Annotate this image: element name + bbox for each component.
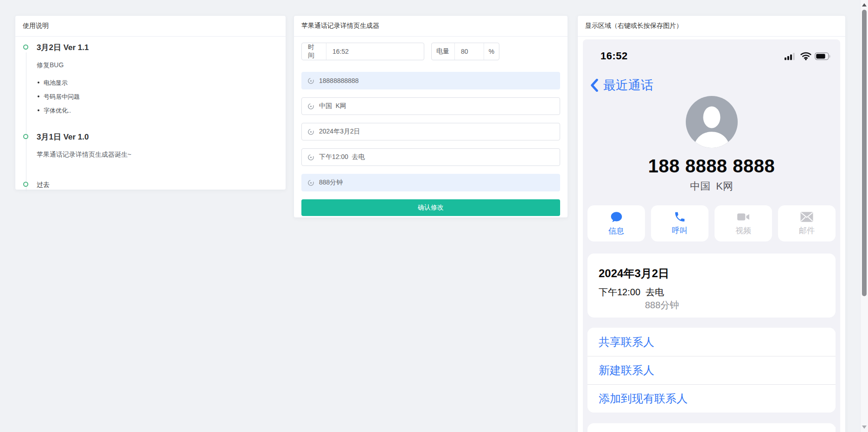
generator-form: 时间 16:52 电量 80 % 18888888888 中国 K网 2024年… [294,37,568,225]
wifi-icon [800,52,811,60]
new-contact-link[interactable]: 新建联系人 [587,356,836,384]
timeline-bullet: 电池显示 [37,79,278,87]
back-button[interactable]: 最近通话 [590,78,836,92]
field-value: 2024年3月2日 [319,127,360,136]
generator-card-title: 苹果通话记录详情页生成器 [294,16,568,37]
timeline-item-title: 3月2日 Ver 1.1 [37,43,278,52]
timeline-bullet: 号码居中问题 [37,93,278,101]
refresh-icon [307,154,314,161]
add-emergency-contact-link[interactable]: 添加到紧急联系人 [599,427,836,432]
refresh-icon [307,77,314,84]
timeline-node-icon [23,44,28,50]
call-record-date: 2024年3月2日 [599,267,824,280]
refresh-icon [307,179,314,186]
message-button[interactable]: 信息 [587,205,645,241]
display-card-title: 显示区域（右键或长按保存图片） [578,16,845,37]
battery-input[interactable]: 80 [454,43,484,60]
confirm-button[interactable]: 确认修改 [301,199,560,216]
date-field[interactable]: 2024年3月2日 [301,123,560,140]
usage-card-title: 使用说明 [15,16,286,37]
duration-field[interactable]: 888分钟 [301,174,560,191]
timeline-bullet: 字体优化.. [37,107,278,114]
call-record-duration: 888分钟 [645,300,824,310]
display-card: 显示区域（右键或长按保存图片） 16:52 [577,15,846,432]
timeline-item-note: 苹果通话记录详情页生成器诞生~ [37,150,278,159]
time-input-group: 时间 16:52 [301,43,424,60]
timeline-item-note: 修复BUG [37,61,278,70]
video-icon [737,211,750,223]
scrollbar-thumb[interactable] [862,10,867,296]
signal-icon [785,52,797,60]
call-button[interactable]: 呼叫 [651,205,708,241]
field-value: 888分钟 [319,178,343,187]
timeline-item-title: 过去 [37,180,278,189]
phone-icon [674,211,686,223]
time-label: 时间 [302,43,326,60]
video-button[interactable]: 视频 [715,205,772,241]
field-value: 18888888888 [319,77,359,84]
add-to-existing-contact-link[interactable]: 添加到现有联系人 [587,384,836,413]
share-contact-link[interactable]: 共享联系人 [587,328,836,356]
battery-input-group: 电量 80 % [431,43,499,60]
phone-number-field[interactable]: 18888888888 [301,72,560,89]
mail-icon [800,211,813,223]
time-input[interactable]: 16:52 [326,43,424,60]
emergency-contact-card: 添加到紧急联系人 [587,423,836,432]
action-buttons-row: 信息 呼叫 视频 邮件 [587,205,836,241]
action-label: 邮件 [799,225,815,236]
battery-label: 电量 [432,43,454,60]
action-label: 信息 [608,226,624,236]
call-record-detail: 下午12:00 去电 [599,287,824,297]
carrier-field[interactable]: 中国 K网 [301,97,560,115]
back-label: 最近通话 [603,77,653,94]
timeline-node-icon [23,134,28,139]
calltime-field[interactable]: 下午12:00 去电 [301,148,560,166]
scrollbar-up-arrow-icon[interactable] [862,3,867,6]
timeline-item-title: 3月1日 Ver 1.0 [37,133,278,142]
timeline-item-past: 过去 [23,180,278,189]
call-record-card: 2024年3月2日 下午12:00 去电 888分钟 [587,254,836,318]
contact-carrier: 中国 K网 [587,181,836,191]
status-time: 16:52 [600,50,628,62]
timeline-connector [26,52,26,144]
timeline-item-v1-0: 3月1日 Ver 1.0 苹果通话记录详情页生成器诞生~ [23,133,278,180]
phone-preview: 16:52 [583,39,840,432]
action-label: 视频 [735,225,751,236]
timeline-node-icon [23,182,28,187]
refresh-icon [307,128,314,135]
field-value: 中国 K网 [319,102,346,110]
message-icon [610,211,623,223]
scrollbar-down-arrow-icon[interactable] [862,426,867,429]
refresh-icon [307,103,314,110]
changelog-timeline: 3月2日 Ver 1.1 修复BUG 电池显示 号码居中问题 字体优化.. 3月… [15,37,286,196]
mail-button[interactable]: 邮件 [778,205,836,241]
action-label: 呼叫 [672,225,688,236]
avatar [686,96,738,148]
contact-links-card: 共享联系人 新建联系人 添加到现有联系人 [587,328,836,413]
contact-number: 188 8888 8888 [587,156,836,176]
usage-card: 使用说明 3月2日 Ver 1.1 修复BUG 电池显示 号码居中问题 字体优化… [15,15,286,190]
chevron-left-icon [590,79,598,92]
battery-percent-suffix: % [484,43,499,60]
generator-card: 苹果通话记录详情页生成器 时间 16:52 电量 80 % 1888888888… [294,15,568,218]
page-scrollbar[interactable] [860,0,868,432]
battery-icon [815,52,831,60]
timeline-item-v1-1: 3月2日 Ver 1.1 修复BUG 电池显示 号码居中问题 字体优化.. [23,43,278,133]
field-value: 下午12:00 去电 [319,153,365,161]
status-bar: 16:52 [587,39,836,63]
